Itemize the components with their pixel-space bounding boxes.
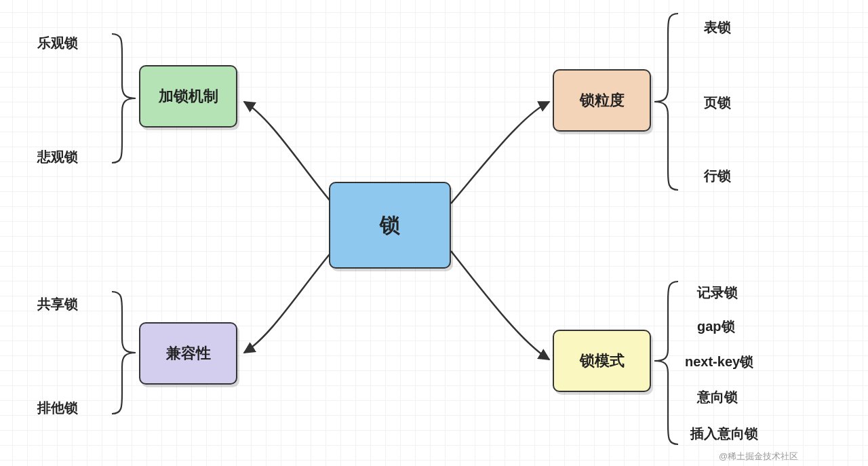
node-granularity: 锁粒度 [553, 69, 651, 132]
node-mechanism: 加锁机制 [139, 65, 237, 128]
leaf-compatibility-1: 排他锁 [37, 399, 78, 417]
node-mode-label: 锁模式 [580, 351, 625, 371]
leaf-granularity-0: 表锁 [704, 18, 731, 37]
node-compatibility: 兼容性 [139, 322, 237, 385]
node-compatibility-label: 兼容性 [166, 343, 211, 364]
leaf-mechanism-0: 乐观锁 [37, 34, 78, 52]
node-granularity-label: 锁粒度 [580, 90, 625, 111]
leaf-mode-4: 插入意向锁 [690, 425, 758, 443]
brace-mode [654, 281, 678, 444]
leaf-granularity-2: 行锁 [704, 167, 731, 185]
node-mode: 锁模式 [553, 330, 651, 392]
leaf-mechanism-1: 悲观锁 [37, 148, 78, 166]
brace-mechanism [112, 34, 136, 163]
brace-granularity [654, 14, 678, 190]
edge-center-mode [451, 251, 549, 360]
watermark: @稀土掘金技术社区 [719, 450, 798, 463]
node-center-label: 锁 [380, 212, 400, 239]
node-mechanism-label: 加锁机制 [159, 86, 218, 106]
edge-center-mechanism [244, 102, 332, 203]
leaf-granularity-1: 页锁 [704, 94, 731, 112]
brace-compatibility [112, 292, 136, 414]
leaf-mode-0: 记录锁 [697, 284, 738, 302]
leaf-mode-3: 意向锁 [697, 388, 738, 406]
leaf-compatibility-0: 共享锁 [37, 295, 78, 313]
edge-center-compatibility [244, 251, 332, 353]
node-center: 锁 [329, 182, 451, 269]
leaf-mode-1: gap锁 [697, 317, 735, 336]
edge-center-granularity [451, 102, 549, 203]
leaf-mode-2: next-key锁 [685, 353, 753, 371]
